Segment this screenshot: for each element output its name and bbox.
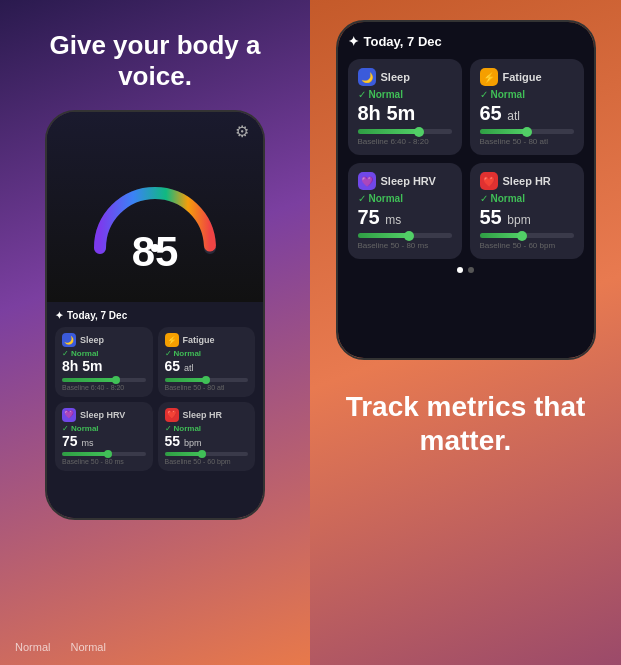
metric-card-sleep-right[interactable]: 🌙 Sleep ✓ Normal 8h 5m Baseline 6:40 - 8…: [348, 59, 462, 155]
right-panel: ✦ Today, 7 Dec 🌙 Sleep ✓ Normal 8h 5m: [310, 0, 621, 665]
sleep-check-right: ✓: [358, 89, 366, 100]
hr-progress-small: [165, 452, 249, 456]
sleep-status-right: Normal: [369, 89, 403, 100]
sleep-check-small: ✓: [62, 349, 69, 358]
sleep-baseline-small: Baseline 6:40 - 8:20: [62, 384, 146, 391]
fatigue-progress-right: [480, 129, 574, 134]
bottom-label-2: Normal: [70, 641, 105, 653]
star-icon-left: ✦: [55, 310, 63, 321]
fatigue-progress-small: [165, 378, 249, 382]
metrics-grid-right: 🌙 Sleep ✓ Normal 8h 5m Baseline 6:40 - 8…: [348, 59, 584, 259]
fatigue-icon-small: ⚡: [165, 333, 179, 347]
hrv-status-small: Normal: [71, 424, 99, 433]
metric-card-hrv-right[interactable]: 💜 Sleep HRV ✓ Normal 75 ms Baseline 50 -…: [348, 163, 462, 259]
hrv-value-small: 75 ms: [62, 434, 146, 449]
hr-icon-small: ❤️: [165, 408, 179, 422]
sleep-status-small: Normal: [71, 349, 99, 358]
hr-icon-right: ❤️: [480, 172, 498, 190]
hrv-check-right: ✓: [358, 193, 366, 204]
phone-mockup-right: ✦ Today, 7 Dec 🌙 Sleep ✓ Normal 8h 5m: [336, 20, 596, 360]
hr-title-right: Sleep HR: [503, 175, 551, 187]
fatigue-check-small: ✓: [165, 349, 172, 358]
score-display: 85: [132, 228, 179, 276]
hr-check-right: ✓: [480, 193, 488, 204]
gauge-area: ⚙: [47, 112, 263, 302]
left-panel: Give your body a voice. ⚙: [0, 0, 310, 665]
hr-status-right: Normal: [491, 193, 525, 204]
fatigue-status-small: Normal: [174, 349, 202, 358]
track-metrics-text: Track metrics that matter.: [310, 390, 621, 457]
sleep-progress-small: [62, 378, 146, 382]
hrv-value-right: 75 ms: [358, 206, 452, 228]
hrv-status-right: Normal: [369, 193, 403, 204]
fatigue-baseline-right: Baseline 50 - 80 atl: [480, 137, 574, 146]
hrv-baseline-right: Baseline 50 - 80 ms: [358, 241, 452, 250]
dot-inactive: [468, 267, 474, 273]
sleep-icon-small: 🌙: [62, 333, 76, 347]
right-star-icon: ✦: [348, 34, 359, 49]
hr-check-small: ✓: [165, 424, 172, 433]
phone-today-section: ✦ Today, 7 Dec 🌙 Sleep ✓ Normal: [47, 302, 263, 518]
hrv-check-small: ✓: [62, 424, 69, 433]
metrics-grid-small: 🌙 Sleep ✓ Normal 8h 5m Baseline 6:40 -: [55, 327, 255, 471]
hr-title-small: Sleep HR: [183, 410, 223, 420]
sleep-icon-right: 🌙: [358, 68, 376, 86]
hrv-title-small: Sleep HRV: [80, 410, 125, 420]
bottom-label-1: Normal: [15, 641, 50, 653]
sleep-baseline-right: Baseline 6:40 - 8:20: [358, 137, 452, 146]
fatigue-icon-right: ⚡: [480, 68, 498, 86]
metric-card-hrv-small[interactable]: 💜 Sleep HRV ✓ Normal 75 ms Baseline 50: [55, 402, 153, 471]
sleep-title-small: Sleep: [80, 335, 104, 345]
fatigue-check-right: ✓: [480, 89, 488, 100]
metric-card-sleep-small[interactable]: 🌙 Sleep ✓ Normal 8h 5m Baseline 6:40 -: [55, 327, 153, 396]
hrv-title-right: Sleep HRV: [381, 175, 436, 187]
fatigue-value-right: 65 atl: [480, 102, 574, 124]
hr-status-small: Normal: [174, 424, 202, 433]
hrv-progress-small: [62, 452, 146, 456]
today-header-small: ✦ Today, 7 Dec: [55, 310, 255, 321]
right-today-header: ✦ Today, 7 Dec: [348, 34, 584, 49]
hrv-progress-right: [358, 233, 452, 238]
hrv-icon-small: 💜: [62, 408, 76, 422]
gear-icon[interactable]: ⚙: [235, 122, 249, 141]
fatigue-title-small: Fatigue: [183, 335, 215, 345]
metric-card-fatigue-right[interactable]: ⚡ Fatigue ✓ Normal 65 atl Baseline 50 - …: [470, 59, 584, 155]
metric-card-hr-small[interactable]: ❤️ Sleep HR ✓ Normal 55 bpm Baseline 50: [158, 402, 256, 471]
hrv-baseline-small: Baseline 50 - 80 ms: [62, 458, 146, 465]
hr-progress-right: [480, 233, 574, 238]
hr-baseline-right: Baseline 50 - 60 bpm: [480, 241, 574, 250]
hero-text: Give your body a voice.: [0, 30, 310, 92]
metric-card-hr-right[interactable]: ❤️ Sleep HR ✓ Normal 55 bpm Baseline 50 …: [470, 163, 584, 259]
fatigue-title-right: Fatigue: [503, 71, 542, 83]
sleep-progress-right: [358, 129, 452, 134]
left-bottom-labels: Normal Normal: [15, 641, 106, 653]
metric-card-fatigue-small[interactable]: ⚡ Fatigue ✓ Normal 65 atl Baseline 50 -: [158, 327, 256, 396]
sleep-value-right: 8h 5m: [358, 102, 452, 124]
phone-mockup-left: ⚙: [45, 110, 265, 520]
dot-active: [457, 267, 463, 273]
hr-baseline-small: Baseline 50 - 60 bpm: [165, 458, 249, 465]
sleep-value-small: 8h 5m: [62, 359, 146, 374]
hrv-icon-right: 💜: [358, 172, 376, 190]
hr-value-right: 55 bpm: [480, 206, 574, 228]
sleep-title-right: Sleep: [381, 71, 410, 83]
fatigue-value-small: 65 atl: [165, 359, 249, 374]
fatigue-baseline-small: Baseline 50 - 80 atl: [165, 384, 249, 391]
dots-indicator: [348, 267, 584, 273]
fatigue-status-right: Normal: [491, 89, 525, 100]
hr-value-small: 55 bpm: [165, 434, 249, 449]
